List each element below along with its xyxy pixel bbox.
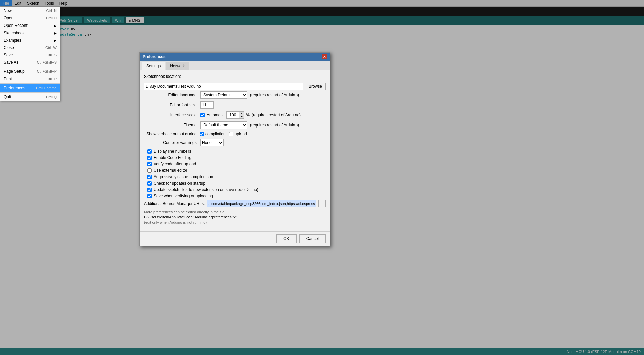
auto-scale-label: Automatic [207,113,224,117]
checkbox-verify-code: Verify code after upload [144,162,326,166]
file-dropdown-menu: New Ctrl+N Open... Ctrl+O Open Recent ▶ … [0,7,60,101]
menu-new[interactable]: New Ctrl+N [0,7,60,14]
editor-language-note: (requires restart of Arduino) [250,93,299,97]
boards-manager-url-row: Additional Boards Manager URLs: ⊞ [144,200,326,207]
interface-scale-note: (requires restart of Arduino) [252,113,301,117]
boards-manager-label: Additional Boards Manager URLs: [144,201,205,206]
checkbox-display-line-numbers: Display line numbers [144,149,326,154]
cancel-button[interactable]: Cancel [299,234,326,243]
verbose-compilation-checkbox[interactable] [200,132,204,136]
verbose-compilation-label: compilation [205,132,226,136]
sketchbook-location-row: Sketchbook location: Browse [144,74,326,90]
menu-preferences[interactable]: Preferences Ctrl+Comma [0,84,60,92]
menu-divider-2 [0,83,60,84]
checkboxes-section: Display line numbers Enable Code Folding… [144,149,326,198]
editor-font-size-row: Editor font size: [144,101,326,109]
theme-label: Theme: [144,123,198,128]
tab-settings[interactable]: Settings [142,62,165,70]
compiler-warnings-row: Compiler warnings: None [144,139,326,146]
boards-manager-url-input[interactable] [207,200,316,207]
dialog-content: Sketchbook location: Browse Editor langu… [140,70,330,231]
menu-divider-1 [0,67,60,67]
menu-print[interactable]: Print Ctrl+P [0,75,60,83]
checkbox-external-editor: Use external editor [144,168,326,173]
checkbox-check-updates: Check for updates on startup [144,181,326,186]
interface-scale-row: Interface scale: Automatic ▲ ▼ % (requir… [144,111,326,119]
menu-save-as[interactable]: Save As... Ctrl+Shift+S [0,59,60,66]
verbose-upload-label: upload [235,132,247,136]
boards-manager-url-button[interactable]: ⊞ [318,200,326,207]
editor-font-size-input[interactable] [200,101,214,109]
menu-sketchbook[interactable]: Sketchbook ▶ [0,29,60,37]
theme-row: Theme: Default theme (requires restart o… [144,121,326,129]
checkbox-enable-code-folding: Enable Code Folding [144,155,326,160]
verbose-upload-checkbox[interactable] [229,132,233,136]
dialog-buttons: OK Cancel [140,231,330,246]
checkbox-save-when-verifying: Save when verifying or uploading [144,194,326,198]
prefs-file-path: C:\Users\Mitch\AppData\Local\Arduino15\p… [144,215,326,219]
dialog-titlebar: Preferences ✕ [140,53,330,61]
menu-save[interactable]: Save Ctrl+S [0,51,60,59]
editor-language-label: Editor language: [144,93,198,97]
compiler-warnings-label: Compiler warnings: [144,140,198,145]
scale-percent-label: % [246,113,250,117]
sketchbook-path-input[interactable] [144,83,303,90]
scale-up-button[interactable]: ▲ [239,111,244,115]
menu-divider-3 [0,92,60,93]
browse-button[interactable]: Browse [305,83,326,90]
editor-language-select[interactable]: System Default [200,91,247,99]
auto-scale-checkbox[interactable] [200,113,205,117]
verbose-row: Show verbose output during: compilation … [144,132,326,136]
menu-page-setup[interactable]: Page Setup Ctrl+Shift+P [0,68,60,75]
more-prefs-section: More preferences can be edited directly … [144,210,326,224]
more-prefs-label: More preferences can be edited directly … [144,210,326,214]
theme-note: (requires restart of Arduino) [250,123,299,128]
checkbox-update-sketch-files: Update sketch files to new extension on … [144,187,326,192]
editor-font-size-label: Editor font size: [144,103,198,107]
menu-open-recent[interactable]: Open Recent ▶ [0,22,60,29]
preferences-dialog: Preferences ✕ Settings Network Sketchboo… [139,52,330,246]
scale-down-button[interactable]: ▼ [239,115,244,119]
menu-open[interactable]: Open... Ctrl+O [0,14,60,22]
editor-language-row: Editor language: System Default (require… [144,91,326,99]
menu-close[interactable]: Close Ctrl+W [0,44,60,51]
prefs-edit-note: (edit only when Arduino is not running) [144,220,326,224]
verbose-label: Show verbose output during: [144,132,198,136]
theme-select[interactable]: Default theme [200,121,247,129]
sketchbook-location-label: Sketchbook location: [144,74,181,79]
ok-button[interactable]: OK [276,234,296,243]
interface-scale-label: Interface scale: [144,113,198,117]
scale-number-input[interactable] [226,111,239,119]
dialog-close-button[interactable]: ✕ [322,54,327,59]
checkbox-aggressively-cache: Aggressively cache compiled core [144,174,326,179]
menu-quit[interactable]: Quit Ctrl+Q [0,93,60,101]
compiler-warnings-select[interactable]: None [200,139,224,146]
tab-network[interactable]: Network [166,62,189,70]
dialog-tabs: Settings Network [140,61,330,70]
menu-examples[interactable]: Examples ▶ [0,37,60,44]
